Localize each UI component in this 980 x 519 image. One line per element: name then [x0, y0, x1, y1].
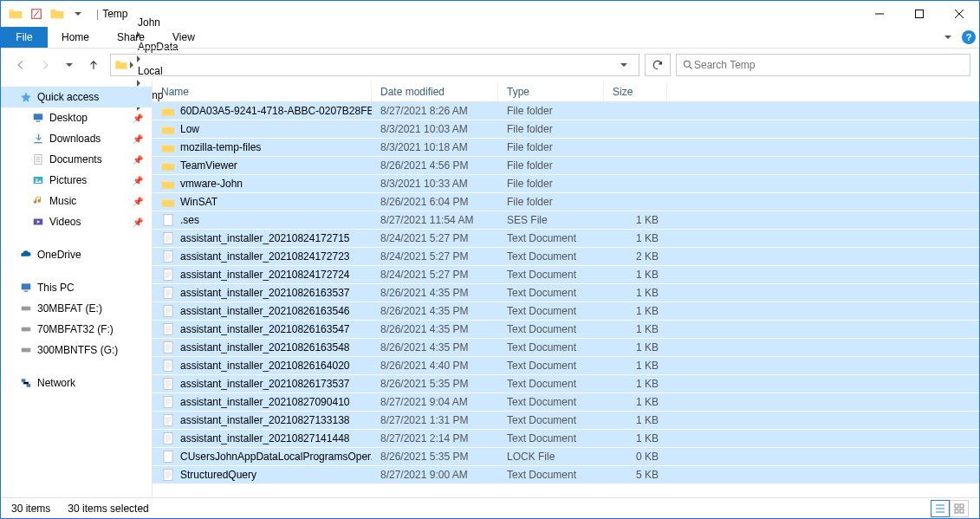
breadcrumb-segment[interactable]: Local — [135, 65, 181, 77]
nav-label: Music — [49, 195, 76, 207]
nav-quick-access[interactable]: Quick access — [1, 87, 152, 107]
qat-dropdown-button[interactable] — [68, 4, 88, 23]
file-row[interactable]: assistant_installer_202108261635488/26/2… — [153, 339, 979, 357]
file-size — [604, 175, 667, 192]
nav-drive-item[interactable]: 70MBFAT32 (F:) — [1, 319, 152, 340]
file-date: 8/3/2021 10:33 AM — [372, 175, 498, 192]
file-tab[interactable]: File — [1, 27, 48, 48]
minimize-button[interactable] — [860, 1, 899, 27]
nav-pinned-item[interactable]: Music📌 — [1, 191, 152, 211]
nav-this-pc[interactable]: This PC — [1, 277, 152, 298]
up-button[interactable] — [82, 54, 105, 76]
file-type: Text Document — [498, 375, 604, 392]
file-type: LOCK File — [498, 448, 604, 465]
file-name: assistant_installer_20210826163547 — [180, 323, 350, 335]
close-button[interactable] — [939, 1, 979, 27]
file-row[interactable]: assistant_installer_202108271331388/27/2… — [153, 412, 979, 430]
svg-rect-36 — [960, 504, 964, 508]
view-large-icons-button[interactable] — [950, 500, 969, 517]
column-header-size[interactable]: Size — [604, 81, 667, 101]
file-row[interactable]: assistant_installer_202108261735378/26/2… — [153, 375, 979, 393]
column-header-date[interactable]: Date modified — [372, 81, 498, 101]
nav-network[interactable]: Network — [1, 373, 152, 393]
file-row[interactable]: assistant_installer_202108241727238/24/2… — [153, 248, 979, 266]
file-row[interactable]: .ses8/27/2021 11:54 AMSES File1 KB — [153, 211, 979, 230]
file-row[interactable]: assistant_installer_202108241727248/24/2… — [153, 266, 979, 284]
file-row[interactable]: assistant_installer_202108261635478/26/2… — [153, 321, 979, 339]
svg-rect-10 — [22, 283, 31, 289]
svg-rect-30 — [164, 397, 172, 408]
pin-icon: 📌 — [133, 114, 143, 123]
file-size: 1 KB — [604, 339, 667, 356]
search-box[interactable] — [676, 54, 970, 76]
nav-pinned-item[interactable]: Desktop📌 — [1, 107, 152, 128]
file-type: File folder — [498, 139, 604, 156]
nav-drive-item[interactable]: 300MBNTFS (G:) — [1, 340, 152, 360]
nav-pinned-item[interactable]: Pictures📌 — [1, 170, 152, 191]
drive-icon — [20, 302, 32, 315]
svg-rect-19 — [27, 384, 31, 387]
file-date: 8/24/2021 5:27 PM — [372, 230, 498, 247]
file-row[interactable]: Low8/3/2021 10:03 AMFile folder — [153, 120, 979, 139]
svg-rect-31 — [164, 415, 172, 426]
file-name: assistant_installer_20210827141448 — [180, 432, 350, 444]
qat-new-folder-button[interactable] — [48, 4, 67, 23]
refresh-button[interactable] — [645, 54, 671, 76]
file-row[interactable]: StructuredQuery8/27/2021 9:00 AMText Doc… — [153, 466, 979, 484]
column-header-name[interactable]: Name — [153, 81, 372, 101]
nav-label: Documents — [49, 153, 102, 165]
nav-item-icon — [32, 153, 44, 165]
status-item-count: 30 items — [11, 503, 50, 515]
expand-ribbon-button[interactable] — [938, 27, 958, 48]
file-row[interactable]: vmware-John8/3/2021 10:33 AMFile folder — [153, 175, 979, 193]
file-date: 8/27/2021 11:54 AM — [372, 211, 498, 229]
text-file-icon — [161, 231, 175, 245]
nav-onedrive[interactable]: OneDrive — [1, 244, 152, 265]
nav-pinned-item[interactable]: Documents📌 — [1, 149, 152, 170]
svg-rect-38 — [960, 509, 964, 513]
file-type: Text Document — [498, 302, 604, 320]
file-rows[interactable]: 60DA03A5-9241-4718-ABBC-0207B28FBF568/27… — [153, 102, 979, 497]
maximize-button[interactable] — [899, 1, 939, 27]
nav-pinned-item[interactable]: Videos📌 — [1, 211, 152, 232]
file-row[interactable]: assistant_installer_202108270904108/27/2… — [153, 393, 979, 412]
file-row[interactable]: assistant_installer_202108261635468/26/2… — [153, 302, 979, 321]
file-row[interactable]: CUsersJohnAppDataLocalProgramsOper...8/2… — [153, 448, 979, 466]
file-type: Text Document — [498, 430, 604, 447]
svg-rect-37 — [955, 509, 958, 513]
back-button[interactable] — [10, 54, 32, 76]
view-details-button[interactable] — [931, 500, 950, 517]
forward-button[interactable] — [34, 54, 56, 76]
search-input[interactable] — [694, 59, 964, 71]
qat-properties-button[interactable] — [27, 4, 46, 23]
column-header-type[interactable]: Type — [498, 81, 604, 101]
file-row[interactable]: mozilla-temp-files8/3/2021 10:18 AMFile … — [153, 139, 979, 157]
file-size: 1 KB — [604, 412, 667, 429]
svg-rect-5 — [34, 142, 42, 143]
file-row[interactable]: assistant_installer_202108261635378/26/2… — [153, 284, 979, 302]
home-tab[interactable]: Home — [48, 27, 103, 48]
file-row[interactable]: 60DA03A5-9241-4718-ABBC-0207B28FBF568/27… — [153, 102, 979, 120]
svg-point-15 — [29, 328, 29, 329]
file-date: 8/26/2021 4:56 PM — [372, 157, 498, 174]
folder-icon — [114, 58, 128, 72]
file-row[interactable]: TeamViewer8/26/2021 4:56 PMFile folder — [153, 157, 979, 175]
address-row: JohnAppDataLocalTemp — [1, 49, 979, 81]
address-dropdown-button[interactable] — [613, 54, 635, 76]
file-row[interactable]: assistant_installer_202108261640208/26/2… — [153, 357, 979, 375]
svg-rect-27 — [164, 342, 172, 354]
file-row[interactable]: assistant_installer_202108271414488/27/2… — [153, 430, 979, 448]
nav-pinned-item[interactable]: Downloads📌 — [1, 128, 152, 149]
svg-rect-35 — [955, 504, 958, 508]
view-tab[interactable]: View — [159, 27, 209, 48]
nav-label: Quick access — [37, 91, 99, 103]
recent-locations-button[interactable] — [58, 54, 81, 76]
address-bar[interactable]: JohnAppDataLocalTemp — [110, 54, 639, 76]
file-row[interactable]: assistant_installer_202108241727158/24/2… — [153, 230, 979, 248]
file-row[interactable]: WinSAT8/26/2021 6:04 PMFile folder — [153, 193, 979, 211]
share-tab[interactable]: Share — [103, 27, 159, 48]
nav-drive-item[interactable]: 30MBFAT (E:) — [1, 298, 152, 319]
help-button[interactable]: ? — [958, 27, 979, 48]
svg-rect-1 — [916, 10, 924, 18]
file-name: mozilla-temp-files — [180, 141, 261, 153]
